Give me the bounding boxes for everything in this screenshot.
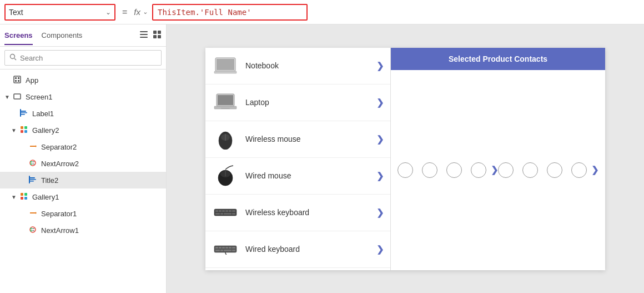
list-item[interactable]: Wired keyboard ❯: [205, 231, 390, 268]
svg-rect-36: [21, 197, 23, 200]
label1-icon: [20, 109, 28, 118]
property-label: Text: [9, 8, 102, 17]
svg-rect-22: [24, 130, 27, 133]
contact-circle-6: [522, 162, 538, 178]
svg-rect-74: [229, 247, 232, 249]
item-label-wired-mouse: Wired mouse: [245, 171, 370, 180]
item-image-wireless-mouse: [212, 128, 239, 150]
separator1-icon: [29, 209, 37, 218]
search-icon: [9, 53, 17, 62]
property-selector[interactable]: Text ⌄: [4, 4, 115, 21]
svg-rect-69: [214, 246, 237, 252]
list-item[interactable]: Wireless mouse ❯: [205, 121, 390, 158]
tree-item-nextarrow2[interactable]: NextArrow2: [0, 155, 166, 172]
svg-rect-30: [29, 177, 35, 178]
fx-label: fx: [134, 7, 140, 17]
contacts-gallery: ❯ ❯: [391, 70, 605, 270]
contacts-panel: Selected Product Contacts ❯: [391, 48, 605, 270]
svg-rect-18: [20, 109, 21, 117]
contacts-next-arrow[interactable]: ❯: [491, 165, 498, 175]
svg-point-27: [31, 163, 32, 165]
tree-label-app: App: [26, 76, 38, 85]
svg-point-7: [11, 54, 15, 59]
svg-rect-9: [14, 76, 21, 83]
svg-point-26: [31, 161, 32, 162]
nextarrow2-icon: [29, 159, 37, 168]
svg-rect-14: [14, 94, 21, 99]
tree-item-separator2[interactable]: Separator2: [0, 138, 166, 155]
item-label-wired-keyboard: Wired keyboard: [245, 245, 370, 254]
toolbar: Text ⌄ = fx ⌄ ThisItem.'Full Name': [0, 0, 644, 24]
app-icon: [13, 76, 21, 85]
search-input[interactable]: [20, 54, 157, 62]
contacts-next-arrow-2[interactable]: ❯: [591, 165, 598, 175]
tree-item-separator1[interactable]: Separator1: [0, 205, 166, 222]
tree-item-gallery2[interactable]: ▼ Gallery2: [0, 122, 166, 138]
tab-components[interactable]: Components: [42, 27, 83, 45]
tree-item-screen1[interactable]: ▼ Screen1: [0, 88, 166, 105]
tree-arrow-gallery2: ▼: [11, 127, 18, 133]
item-label-laptop: Laptop: [245, 98, 370, 107]
svg-point-41: [31, 227, 32, 229]
item-arrow-notebook: ❯: [376, 61, 384, 71]
tree-label-label1: Label1: [32, 110, 54, 118]
svg-rect-75: [232, 247, 235, 249]
search-input-wrap[interactable]: [4, 50, 162, 66]
list-item[interactable]: Wireless keyboard ❯: [205, 195, 390, 231]
canvas: Notebook ❯ Laptop ❯: [167, 24, 644, 293]
svg-rect-78: [224, 250, 232, 251]
svg-rect-70: [215, 247, 218, 249]
tree-label-gallery2: Gallery2: [32, 126, 59, 135]
svg-rect-79: [232, 250, 235, 251]
item-arrow-wireless-keyboard: ❯: [376, 207, 384, 218]
tree-item-label1[interactable]: Label1: [0, 105, 166, 122]
tree-item-gallery1[interactable]: ▼ Gallery1: [0, 188, 166, 205]
svg-rect-5: [153, 35, 157, 38]
item-image-notebook: [212, 54, 239, 77]
sidebar-tree: App ▼ Screen1 Label1 ▼: [0, 69, 166, 293]
svg-rect-19: [21, 126, 23, 129]
gallery2-icon: [20, 126, 28, 135]
svg-rect-46: [217, 59, 234, 70]
tree-label-separator1: Separator1: [41, 210, 77, 218]
svg-rect-43: [32, 228, 34, 229]
contacts-header: Selected Product Contacts: [391, 48, 605, 70]
list-view-icon[interactable]: [139, 30, 148, 41]
sidebar: Screens Components: [0, 24, 167, 293]
item-image-laptop: [212, 91, 239, 113]
list-item[interactable]: Wired mouse ❯: [205, 158, 390, 195]
property-dropdown-arrow[interactable]: ⌄: [105, 8, 111, 16]
grid-view-icon[interactable]: [153, 30, 162, 41]
svg-rect-3: [153, 31, 157, 34]
item-arrow-laptop: ❯: [376, 97, 384, 108]
tree-item-app[interactable]: App: [0, 72, 166, 88]
tree-item-title2[interactable]: Title2: [0, 172, 166, 188]
item-arrow-wired-keyboard: ❯: [376, 244, 384, 255]
svg-rect-76: [215, 250, 220, 251]
fx-chevron[interactable]: ⌄: [143, 8, 148, 16]
item-image-wireless-keyboard: [212, 201, 239, 224]
svg-rect-1: [140, 34, 148, 35]
svg-point-25: [30, 160, 36, 166]
svg-rect-60: [219, 210, 222, 212]
svg-rect-21: [21, 130, 23, 133]
svg-rect-62: [225, 210, 228, 212]
formula-bar[interactable]: ThisItem.'Full Name': [152, 4, 308, 21]
svg-rect-32: [29, 181, 34, 182]
contact-circle-8: [571, 162, 587, 178]
app-frame: Notebook ❯ Laptop ❯: [205, 48, 605, 270]
tree-label-title2: Title2: [41, 176, 58, 185]
separator2-icon: [29, 142, 37, 152]
contacts-row: ❯: [398, 162, 498, 178]
svg-rect-34: [21, 193, 23, 196]
screen-icon: [13, 93, 21, 101]
svg-rect-72: [222, 247, 225, 249]
svg-rect-28: [32, 161, 34, 162]
list-item[interactable]: Notebook ❯: [205, 48, 390, 85]
fx-button[interactable]: fx ⌄: [134, 7, 148, 17]
list-item[interactable]: Laptop ❯: [205, 85, 390, 121]
tree-item-nextarrow1[interactable]: NextArrow1: [0, 222, 166, 239]
svg-rect-59: [215, 210, 218, 212]
tab-screens[interactable]: Screens: [4, 27, 33, 45]
svg-rect-29: [32, 163, 34, 165]
